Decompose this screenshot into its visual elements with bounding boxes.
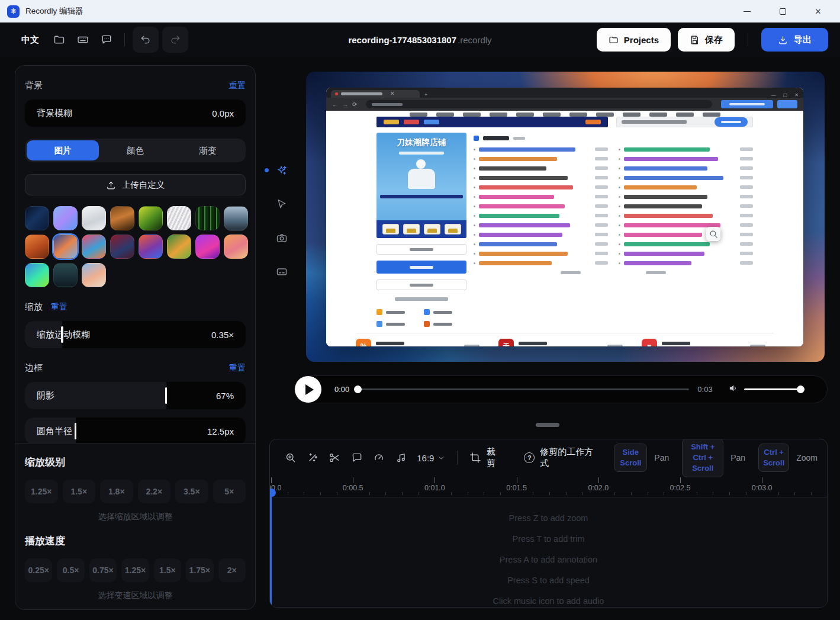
- speed-0.75x[interactable]: 0.75×: [89, 558, 117, 582]
- speed-1.25x[interactable]: 1.25×: [121, 558, 149, 582]
- seek-slider[interactable]: [354, 386, 689, 393]
- speed-0.5x[interactable]: 0.5×: [57, 558, 84, 582]
- software-list-item[interactable]: [619, 261, 753, 265]
- background-thumbnail-15[interactable]: [195, 234, 220, 259]
- zoom-level-2.2x[interactable]: 2.2×: [138, 480, 171, 503]
- play-button[interactable]: [295, 376, 321, 403]
- music-icon[interactable]: [390, 446, 412, 469]
- speed-0.25x[interactable]: 0.25×: [25, 558, 52, 582]
- software-list-item[interactable]: [474, 147, 608, 152]
- video-preview-canvas[interactable]: ✕ + — ▢ ✕ ← → ⟳: [306, 72, 825, 362]
- software-list-item[interactable]: [474, 261, 608, 265]
- annotation-icon[interactable]: [346, 446, 368, 469]
- software-list-item[interactable]: [619, 166, 753, 171]
- magic-wand-icon[interactable]: [301, 446, 323, 469]
- maximize-button[interactable]: [775, 4, 790, 19]
- nav-link-placeholder[interactable]: [569, 113, 587, 117]
- speed-2x[interactable]: 2×: [218, 558, 246, 582]
- nav-link-placeholder[interactable]: [703, 113, 720, 117]
- seek-knob[interactable]: [354, 386, 362, 393]
- zoom-level-1.5x[interactable]: 1.5×: [63, 480, 96, 503]
- software-list-item[interactable]: [474, 185, 608, 189]
- background-thumbnail-5[interactable]: [139, 206, 163, 230]
- background-thumbnail-16[interactable]: [224, 234, 248, 259]
- software-list-item[interactable]: [474, 251, 608, 256]
- zoom-motion-blur-slider[interactable]: 缩放运动模糊 0.35×: [25, 321, 246, 348]
- panel-drag-handle[interactable]: [536, 423, 559, 427]
- zoom-reset-link[interactable]: 重置: [51, 302, 67, 313]
- nav-link-placeholder[interactable]: [649, 113, 667, 117]
- close-button[interactable]: ✕: [810, 4, 826, 19]
- software-list-item[interactable]: [619, 223, 753, 227]
- timeline-track[interactable]: Press Z to add zoomPress T to add trimPr…: [270, 497, 827, 608]
- background-blur-slider[interactable]: 背景模糊 0.0px: [25, 99, 246, 127]
- background-thumbnail-17[interactable]: [25, 263, 49, 287]
- software-list-item[interactable]: [474, 194, 608, 199]
- redo-button[interactable]: [162, 27, 188, 53]
- nav-link-placeholder[interactable]: [676, 113, 694, 117]
- aspect-ratio-select[interactable]: 16:9: [417, 453, 445, 463]
- upload-custom-button[interactable]: 上传自定义: [25, 174, 246, 195]
- software-list-item[interactable]: [619, 194, 753, 199]
- open-folder-icon[interactable]: [47, 28, 71, 52]
- background-thumbnail-7[interactable]: [195, 206, 220, 230]
- cursor-tool[interactable]: [275, 197, 289, 211]
- background-thumbnail-6[interactable]: [167, 206, 191, 230]
- nav-link-placeholder[interactable]: [596, 113, 614, 117]
- background-thumbnail-11[interactable]: [82, 234, 106, 259]
- zoom-level-1.8x[interactable]: 1.8×: [100, 480, 133, 503]
- software-list-item[interactable]: [619, 204, 753, 208]
- timeline-zoom-in-icon[interactable]: [279, 446, 301, 469]
- timeline-ruler[interactable]: 0:00.00:00.50:01.00:01.50:02.00:02.50:03…: [270, 476, 827, 497]
- software-list-item[interactable]: [474, 204, 608, 208]
- nav-link-placeholder[interactable]: [516, 113, 534, 117]
- software-list-item[interactable]: [474, 166, 608, 171]
- save-button[interactable]: 保存: [678, 28, 735, 52]
- export-button[interactable]: 导出: [761, 28, 828, 52]
- software-list-item[interactable]: [619, 185, 753, 189]
- software-list-item[interactable]: [619, 213, 753, 218]
- corner-radius-slider[interactable]: 圆角半径 12.5px: [25, 417, 246, 443]
- minimize-button[interactable]: [739, 4, 755, 19]
- volume-slider[interactable]: [744, 386, 804, 393]
- nav-link-placeholder[interactable]: [543, 113, 561, 117]
- shadow-slider[interactable]: 阴影 67%: [25, 382, 246, 409]
- background-thumbnail-18[interactable]: [53, 263, 78, 287]
- nav-link-placeholder[interactable]: [463, 113, 481, 117]
- caption-tool[interactable]: [275, 265, 289, 279]
- undo-button[interactable]: [133, 27, 159, 53]
- tab-gradient[interactable]: 渐变: [172, 140, 244, 160]
- trim-help-button[interactable]: ? 修剪的工作方式: [524, 446, 601, 469]
- speed-gauge-icon[interactable]: [368, 446, 390, 469]
- software-list-item[interactable]: [619, 251, 753, 256]
- background-reset-link[interactable]: 重置: [229, 81, 246, 91]
- volume-knob[interactable]: [797, 386, 804, 393]
- software-list-item[interactable]: [474, 242, 608, 246]
- nav-link-placeholder[interactable]: [410, 113, 427, 117]
- camera-tool[interactable]: [275, 231, 289, 245]
- volume-icon[interactable]: [728, 383, 738, 396]
- background-thumbnail-10[interactable]: [53, 234, 78, 259]
- ai-effects-tool[interactable]: [275, 163, 289, 178]
- software-list-item[interactable]: [474, 232, 608, 237]
- software-list-item[interactable]: [474, 175, 608, 180]
- background-thumbnail-2[interactable]: [53, 206, 78, 230]
- background-thumbnail-8[interactable]: [224, 206, 248, 230]
- tab-color[interactable]: 颜色: [99, 140, 171, 160]
- zoom-level-5x[interactable]: 5×: [213, 480, 246, 503]
- software-list-item[interactable]: [619, 175, 753, 180]
- software-list-item[interactable]: [619, 232, 753, 237]
- tab-image[interactable]: 图片: [27, 140, 99, 160]
- nav-link-placeholder[interactable]: [623, 113, 641, 117]
- language-switch[interactable]: 中文: [21, 34, 39, 46]
- border-reset-link[interactable]: 重置: [229, 363, 246, 374]
- background-thumbnail-13[interactable]: [139, 234, 163, 259]
- software-list-item[interactable]: [619, 156, 753, 161]
- speed-1.5x[interactable]: 1.5×: [154, 558, 181, 582]
- crop-button[interactable]: 裁剪: [469, 446, 504, 469]
- software-list-item[interactable]: [619, 242, 753, 246]
- background-thumbnail-14[interactable]: [167, 234, 191, 259]
- background-thumbnail-12[interactable]: [110, 234, 134, 259]
- background-thumbnail-9[interactable]: [25, 234, 49, 259]
- speed-1.75x[interactable]: 1.75×: [186, 558, 213, 582]
